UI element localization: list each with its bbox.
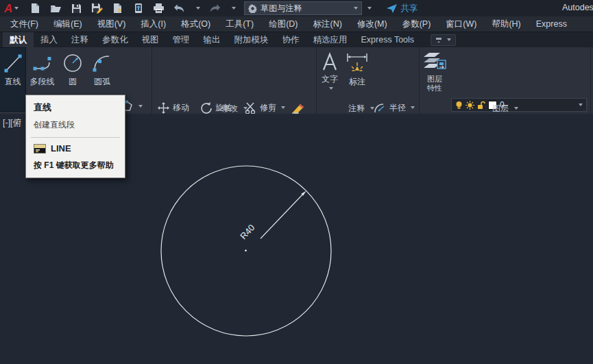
annotation-panel-expand-icon [370, 107, 374, 110]
menu-item-parametric[interactable]: 参数(P) [395, 19, 439, 30]
tab-home[interactable]: 默认 [3, 32, 34, 47]
tab-insert[interactable]: 插入 [34, 32, 64, 47]
share-label: 共享 [400, 3, 417, 14]
layer-dropdown-arrow [579, 104, 583, 106]
menu-item-edit[interactable]: 编辑(E) [46, 19, 90, 30]
erase-button[interactable] [291, 100, 306, 115]
plot-button[interactable] [153, 3, 165, 14]
panel-separator [152, 47, 152, 114]
polygon-dropdown [138, 105, 143, 108]
radius-dimension-text[interactable]: R40 [238, 222, 256, 241]
dimension-button[interactable]: 标注 [343, 48, 372, 111]
redo-history-dropdown[interactable] [232, 7, 236, 10]
menu-item-window[interactable]: 窗口(W) [438, 19, 484, 30]
menu-item-draw[interactable]: 绘图(D) [261, 19, 305, 30]
text-icon [321, 52, 339, 71]
menu-item-insert[interactable]: 插入(I) [133, 19, 173, 30]
menu-item-help[interactable]: 帮助(H) [484, 19, 528, 30]
move-button[interactable]: 移动 [157, 100, 189, 115]
radius-dimension-line[interactable] [261, 193, 304, 239]
chevron-down-icon [14, 7, 19, 10]
polyline-label: 多段线 [30, 76, 55, 88]
autocad-window: A [0, 0, 593, 364]
modify-panel-footer[interactable]: 修改 [200, 103, 269, 114]
layers-panel-label: 图层 [492, 103, 509, 114]
tab-parametric[interactable]: 参数化 [95, 32, 135, 47]
annotation-panel-footer[interactable]: 注释 [327, 103, 396, 114]
panel-separator [590, 47, 591, 114]
line-button[interactable]: 直线 [0, 48, 25, 111]
tooltip-divider [31, 137, 120, 138]
line-tooltip: 直线 创建直线段 LINE 按 F1 键获取更多帮助 [25, 95, 125, 178]
tab-featured-apps[interactable]: 精选应用 [306, 32, 354, 47]
text-label: 文字 [322, 73, 338, 85]
tab-collaborate[interactable]: 协作 [276, 32, 306, 47]
arc-label: 圆弧 [94, 76, 110, 88]
title-bar: A [0, 0, 593, 16]
menu-item-modify[interactable]: 修改(M) [350, 19, 395, 30]
tab-addins[interactable]: 附加模块 [228, 32, 276, 47]
menu-item-tools[interactable]: 工具(T) [218, 19, 261, 30]
workspace-name: 草图与注释 [261, 3, 302, 14]
menu-item-file[interactable]: 文件(F) [3, 19, 46, 30]
layer-properties-label-1: 图层 [427, 75, 442, 84]
trim-dropdown [281, 106, 285, 109]
panel-separator [316, 47, 317, 114]
move-icon [157, 101, 170, 114]
collapse-options-dropdown [447, 38, 451, 41]
tab-manage[interactable]: 管理 [166, 32, 197, 47]
radius-dropdown [411, 106, 415, 109]
window-title: Autodesk [562, 3, 593, 12]
layers-panel-footer[interactable]: 图层 [471, 103, 540, 114]
text-button[interactable]: 文字 [317, 48, 342, 111]
save-to-web-mobile-button[interactable] [132, 3, 144, 14]
command-line-icon [34, 144, 46, 154]
menu-item-format[interactable]: 格式(O) [173, 19, 218, 30]
ribbon-collapse-button[interactable] [431, 34, 456, 46]
undo-history-dropdown[interactable] [196, 7, 200, 10]
menu-item-express[interactable]: Express [529, 19, 574, 29]
tab-view[interactable]: 视图 [135, 32, 166, 47]
layer-properties-icon [422, 51, 447, 74]
gear-icon [248, 4, 257, 13]
customize-qat-dropdown[interactable] [367, 7, 372, 10]
layer-properties-button[interactable]: 图层 特性 [420, 48, 449, 111]
menu-item-view[interactable]: 视图(V) [90, 19, 134, 30]
arc-icon [91, 52, 113, 74]
circle-label: 圆 [69, 76, 77, 88]
layers-panel-expand-icon [514, 107, 518, 110]
open-file-button[interactable] [50, 3, 62, 14]
undo-button[interactable] [173, 3, 185, 14]
app-menu-button[interactable]: A [4, 3, 19, 14]
workspace-selector[interactable]: 草图与注释 [244, 1, 362, 15]
redo-button[interactable] [209, 3, 221, 14]
tab-output[interactable]: 输出 [197, 32, 228, 47]
new-file-button[interactable] [29, 3, 41, 14]
dimension-icon [345, 52, 370, 74]
circle-center-point [245, 250, 247, 252]
move-label: 移动 [173, 102, 189, 114]
open-from-web-mobile-button[interactable] [112, 3, 123, 14]
menu-item-dimension[interactable]: 标注(N) [306, 19, 350, 30]
modify-panel-expand-icon [243, 107, 247, 110]
circle-icon [62, 52, 84, 74]
tooltip-title: 直线 [34, 101, 117, 114]
annotation-panel-label: 注释 [348, 103, 365, 114]
text-dropdown [329, 87, 333, 90]
tab-annotate[interactable]: 注释 [64, 32, 95, 47]
save-as-button[interactable] [91, 3, 103, 14]
tooltip-description: 创建直线段 [34, 119, 117, 131]
workspace-dropdown-icon [354, 7, 358, 10]
viewport-controls[interactable]: [-][俯 [3, 117, 21, 129]
polyline-icon [32, 52, 53, 74]
modify-panel-label: 修改 [221, 103, 238, 114]
autocad-logo-icon: A [4, 3, 12, 14]
save-button[interactable] [71, 3, 82, 14]
tooltip-command: LINE [51, 143, 71, 154]
tooltip-help-hint: 按 F1 键获取更多帮助 [34, 160, 117, 171]
share-button[interactable]: 共享 [387, 3, 417, 14]
ribbon-tab-bar: 默认 插入 注释 参数化 视图 管理 输出 附加模块 协作 精选应用 Expre… [0, 32, 593, 47]
tab-express-tools[interactable]: Express Tools [354, 32, 422, 47]
line-label: 直线 [5, 76, 21, 88]
panel-separator [419, 47, 420, 114]
